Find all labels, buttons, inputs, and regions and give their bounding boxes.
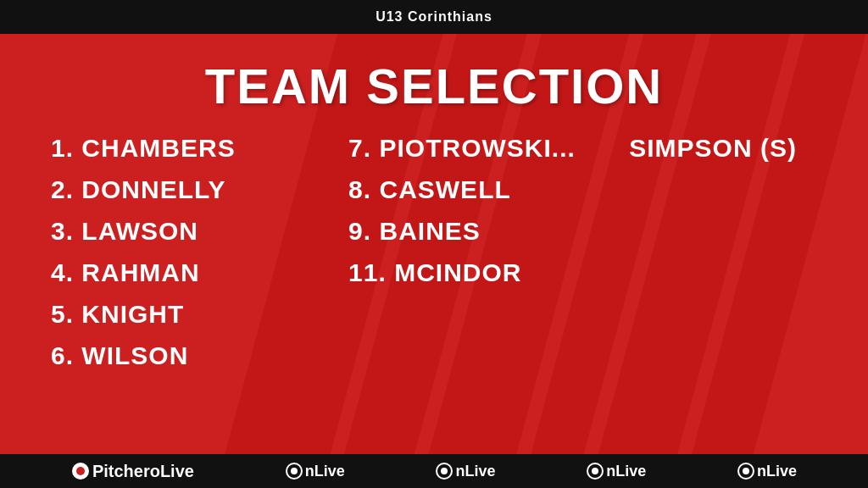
nlive-logo-4: nLive xyxy=(737,463,797,480)
list-item: 11. MCINDOR xyxy=(348,256,629,289)
nlive-icon xyxy=(436,463,453,480)
list-item: 3. LAWSON xyxy=(51,214,331,247)
svg-point-7 xyxy=(592,468,598,474)
nlive-label: nLive xyxy=(606,463,646,480)
bottom-bar: PitcheroLive nLive nLive nLive nLive xyxy=(0,454,868,488)
pitchero-live-logo: PitcheroLive xyxy=(71,462,194,481)
right-column: SIMPSON (S) xyxy=(629,131,826,454)
pitchero-icon xyxy=(71,462,90,480)
nlive-label: nLive xyxy=(455,463,495,480)
list-item: 7. PIOTROWSKI... xyxy=(348,131,629,164)
nlive-icon xyxy=(286,463,303,480)
left-column: 1. CHAMBERS 2. DONNELLY 3. LAWSON 4. RAH… xyxy=(42,131,331,454)
list-item: 4. RAHMAN xyxy=(51,256,331,289)
main-content: TEAM SELECTION 1. CHAMBERS 2. DONNELLY 3… xyxy=(0,34,868,454)
nlive-logo-1: nLive xyxy=(286,463,345,480)
team-name: U13 Corinthians xyxy=(376,9,492,25)
list-item: 9. BAINES xyxy=(348,214,629,247)
nlive-logo-2: nLive xyxy=(436,463,495,480)
list-item: SIMPSON (S) xyxy=(629,131,826,164)
nlive-icon xyxy=(737,463,754,480)
nlive-label: nLive xyxy=(305,463,345,480)
page-title: TEAM SELECTION xyxy=(205,58,663,114)
nlive-logo-3: nLive xyxy=(587,463,646,480)
svg-point-9 xyxy=(743,468,749,474)
players-grid: 1. CHAMBERS 2. DONNELLY 3. LAWSON 4. RAH… xyxy=(0,131,868,454)
svg-point-5 xyxy=(441,468,448,474)
nlive-icon xyxy=(587,463,604,480)
list-item: 2. DONNELLY xyxy=(51,173,331,206)
list-item: 5. KNIGHT xyxy=(51,297,331,330)
svg-point-3 xyxy=(291,468,298,474)
list-item: 6. WILSON xyxy=(51,339,331,372)
middle-column: 7. PIOTROWSKI... 8. CASWELL 9. BAINES 11… xyxy=(331,131,629,454)
svg-point-1 xyxy=(76,467,85,475)
top-bar: U13 Corinthians xyxy=(0,0,868,34)
list-item: 8. CASWELL xyxy=(348,173,629,206)
pitchero-label: PitcheroLive xyxy=(92,462,194,481)
list-item: 1. CHAMBERS xyxy=(51,131,331,164)
nlive-label: nLive xyxy=(757,463,797,480)
